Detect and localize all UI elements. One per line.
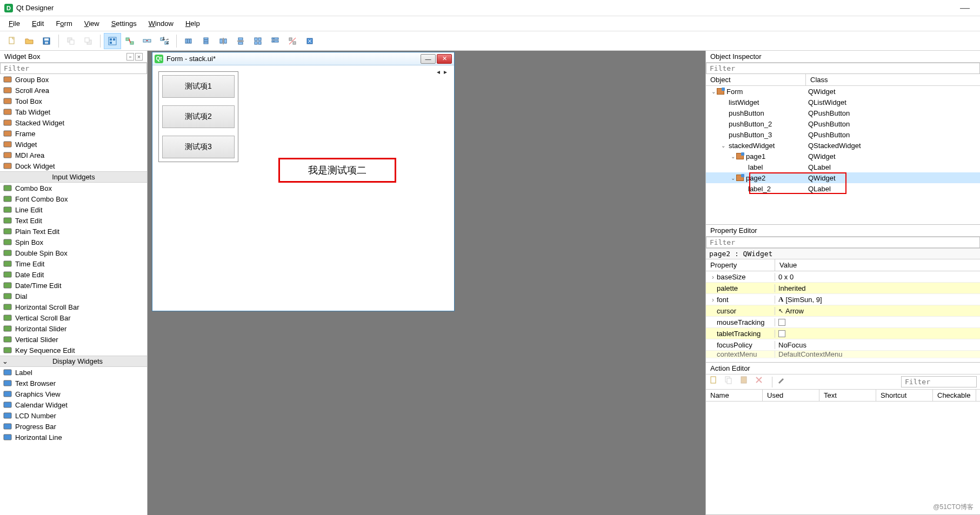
widget-item[interactable]: Line Edit (0, 204, 147, 215)
layout-grid-button[interactable] (249, 33, 266, 49)
menu-edit[interactable]: Edit (26, 17, 49, 30)
widget-item[interactable]: LCD Number (0, 410, 147, 421)
adjust-size-button[interactable] (301, 33, 318, 49)
widget-item[interactable]: Text Browser (0, 378, 147, 389)
widget-item[interactable]: Vertical Scroll Bar (0, 312, 147, 323)
design-canvas[interactable]: Qt Form - stack.ui* — ✕ ◂ ▸ 测试项1 测试项2 测试… (148, 51, 705, 515)
property-row[interactable]: tabletTracking (706, 328, 980, 339)
widget-item[interactable]: Date Edit (0, 269, 147, 280)
ae-col[interactable]: Used (763, 390, 819, 401)
new-file-button[interactable] (3, 33, 21, 49)
layout-horizontal-button[interactable] (180, 33, 197, 49)
menu-view[interactable]: View (79, 17, 105, 30)
widget-item[interactable]: Dial (0, 291, 147, 302)
bring-front-button[interactable] (79, 33, 97, 49)
object-tree-row[interactable]: pushButton_3 QPushButton (706, 129, 980, 140)
property-editor-filter[interactable] (706, 237, 980, 248)
pe-col-value[interactable]: Value (775, 259, 801, 271)
dock-close-button[interactable]: × (135, 53, 143, 61)
edit-signals-button[interactable] (121, 33, 138, 49)
widget-item[interactable]: Scroll Area (0, 85, 147, 96)
form-body[interactable]: ◂ ▸ 测试项1 测试项2 测试项3 我是测试项二 (152, 65, 454, 311)
edit-buddies-button[interactable] (138, 33, 156, 49)
send-back-button[interactable] (62, 33, 79, 49)
property-row[interactable]: cursor↖ Arrow (706, 305, 980, 317)
ae-col[interactable]: Name (706, 390, 763, 401)
widget-item[interactable]: Widget (0, 139, 147, 150)
oi-col-object[interactable]: Object (706, 74, 806, 85)
widget-item[interactable]: Time Edit (0, 258, 147, 269)
pe-col-property[interactable]: Property (706, 259, 775, 271)
widget-item[interactable]: Graphics View (0, 389, 147, 399)
widget-item[interactable]: Frame (0, 128, 147, 139)
form-window[interactable]: Qt Form - stack.ui* — ✕ ◂ ▸ 测试项1 测试项2 测试… (152, 52, 455, 311)
property-row[interactable]: focusPolicyNoFocus (706, 339, 980, 351)
widget-box-list[interactable]: Group BoxScroll AreaTool BoxTab WidgetSt… (0, 74, 147, 515)
form-minimize-button[interactable]: — (421, 54, 436, 64)
open-file-button[interactable] (21, 33, 38, 49)
widget-item[interactable]: Spin Box (0, 237, 147, 248)
property-row[interactable]: paletteInherited (706, 283, 980, 294)
layout-v-splitter-button[interactable] (232, 33, 249, 49)
ae-col[interactable]: Text (819, 390, 876, 401)
widget-item[interactable]: Key Sequence Edit (0, 345, 147, 356)
widget-item[interactable]: Plain Text Edit (0, 226, 147, 237)
form-titlebar[interactable]: Qt Form - stack.ui* — ✕ (152, 52, 454, 65)
save-file-button[interactable] (38, 33, 55, 49)
minimize-button[interactable]: — (954, 2, 976, 14)
widget-item[interactable]: Calendar Widget (0, 399, 147, 410)
widget-item[interactable]: Combo Box (0, 183, 147, 193)
layout-h-splitter-button[interactable] (215, 33, 232, 49)
layout-vertical-button[interactable] (197, 33, 215, 49)
property-row[interactable]: ›fontA [SimSun, 9] (706, 294, 980, 305)
ae-col[interactable]: Shortcut (876, 390, 933, 401)
widget-item[interactable]: Horizontal Slider (0, 323, 147, 334)
menu-form[interactable]: Form (50, 17, 77, 30)
widget-item[interactable]: Horizontal Line (0, 432, 147, 443)
delete-action-button[interactable] (755, 376, 768, 389)
break-layout-button[interactable] (284, 33, 301, 49)
widget-item[interactable]: Date/Time Edit (0, 280, 147, 291)
widget-item[interactable]: Font Combo Box (0, 193, 147, 204)
object-tree-row[interactable]: listWidget QListWidget (706, 97, 980, 108)
widget-item[interactable]: Dock Widget (0, 160, 147, 171)
widget-item[interactable]: Double Spin Box (0, 248, 147, 258)
new-action-button[interactable] (709, 376, 722, 389)
menu-window[interactable]: Window (143, 17, 179, 30)
edit-widgets-button[interactable] (104, 33, 121, 49)
widget-item[interactable]: Text Edit (0, 215, 147, 226)
object-inspector-tree[interactable]: ⌄Form QWidget listWidget QListWidget pus… (706, 86, 980, 224)
widget-item[interactable]: Tab Widget (0, 106, 147, 117)
widget-category[interactable]: ⌄Display Widgets (0, 356, 147, 367)
ae-col[interactable]: Checkable (933, 390, 976, 401)
object-tree-row[interactable]: ⌄page1 QWidget (706, 151, 980, 162)
test-button-3[interactable]: 测试项3 (162, 136, 235, 158)
menu-settings[interactable]: Settings (106, 17, 142, 30)
paste-action-button[interactable] (739, 376, 752, 389)
copy-action-button[interactable] (724, 376, 737, 389)
menu-file[interactable]: File (3, 17, 25, 30)
widget-item[interactable]: Stacked Widget (0, 117, 147, 128)
form-close-button[interactable]: ✕ (437, 54, 452, 64)
widget-item[interactable]: Horizontal Scroll Bar (0, 302, 147, 312)
property-row[interactable]: contextMenuDefaultContextMenu (706, 351, 980, 358)
property-editor-table[interactable]: ›baseSize0 x 0 paletteInherited ›fontA [… (706, 271, 980, 358)
object-tree-row[interactable]: ⌄Form QWidget (706, 86, 980, 97)
layout-form-button[interactable] (266, 33, 284, 49)
test-button-1[interactable]: 测试项1 (162, 75, 235, 98)
object-tree-row[interactable]: ⌄stackedWidget QStackedWidget (706, 140, 980, 151)
widget-item[interactable]: MDI Area (0, 150, 147, 160)
widget-item[interactable]: Vertical Slider (0, 334, 147, 345)
property-row[interactable]: ›baseSize0 x 0 (706, 271, 980, 283)
widget-box-filter[interactable] (0, 63, 147, 74)
menu-help[interactable]: Help (180, 17, 205, 30)
widget-item[interactable]: Group Box (0, 74, 147, 85)
object-tree-row[interactable]: pushButton QPushButton (706, 108, 980, 118)
object-inspector-filter[interactable] (706, 63, 980, 74)
object-tree-row[interactable]: pushButton_2 QPushButton (706, 118, 980, 129)
property-row[interactable]: mouseTracking (706, 317, 980, 328)
object-tree-row[interactable]: ⌄page2 QWidget (706, 172, 980, 183)
widget-category[interactable]: Input Widgets (0, 171, 147, 183)
stacked-nav-arrows[interactable]: ◂ ▸ (437, 68, 448, 76)
configure-action-button[interactable] (777, 376, 790, 389)
